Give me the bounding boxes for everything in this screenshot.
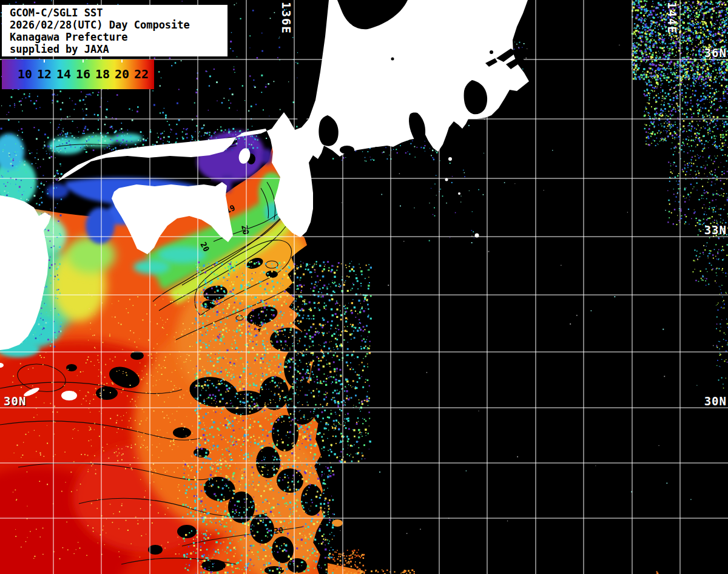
mikawa-bay (340, 146, 354, 154)
lat-label-36n: 36N (701, 46, 727, 59)
colorbar-tick (44, 59, 45, 62)
colorbar-tick (121, 59, 123, 62)
temperature-colorbar: 10 12 14 16 18 20 22 (2, 59, 154, 89)
product-date: 2026/02/28(UTC) Day Composite (10, 19, 228, 31)
lake-suwa (391, 58, 394, 61)
sst-map-product: 19 20 20 18 20 20 (0, 0, 728, 574)
lon-label-144e: 144E (666, 2, 679, 35)
product-region: Kanagawa Prefecture (10, 31, 228, 43)
lon-label-136e: 136E (280, 2, 293, 35)
island (61, 391, 77, 400)
product-name: GCOM-C/SGLI SST (10, 7, 228, 19)
product-credit: supplied by JAXA (10, 43, 228, 55)
colorbar-value: 20 (112, 67, 132, 81)
lat-label-33n: 33N (701, 223, 727, 237)
lake-dot (490, 50, 493, 54)
island (448, 157, 452, 161)
island (475, 234, 479, 238)
colorbar-scale-numbers: 10 12 14 16 18 20 22 (15, 67, 152, 81)
island (458, 192, 460, 195)
contour-label: 20 (273, 525, 284, 536)
lat-label-30n-left: 30N (4, 394, 26, 408)
colorbar-value: 18 (93, 67, 112, 81)
colorbar-tick (83, 59, 84, 62)
title-box: GCOM-C/SGLI SST 2026/02/28(UTC) Day Comp… (2, 5, 228, 56)
colorbar-value: 14 (54, 67, 73, 81)
colorbar-value: 22 (132, 67, 151, 81)
lat-label-30n-right: 30N (701, 394, 727, 408)
colorbar-value: 12 (35, 67, 54, 81)
colorbar-value: 16 (73, 67, 93, 81)
lake-hamana (374, 147, 380, 152)
island (445, 178, 448, 181)
colorbar-value: 10 (15, 67, 35, 81)
